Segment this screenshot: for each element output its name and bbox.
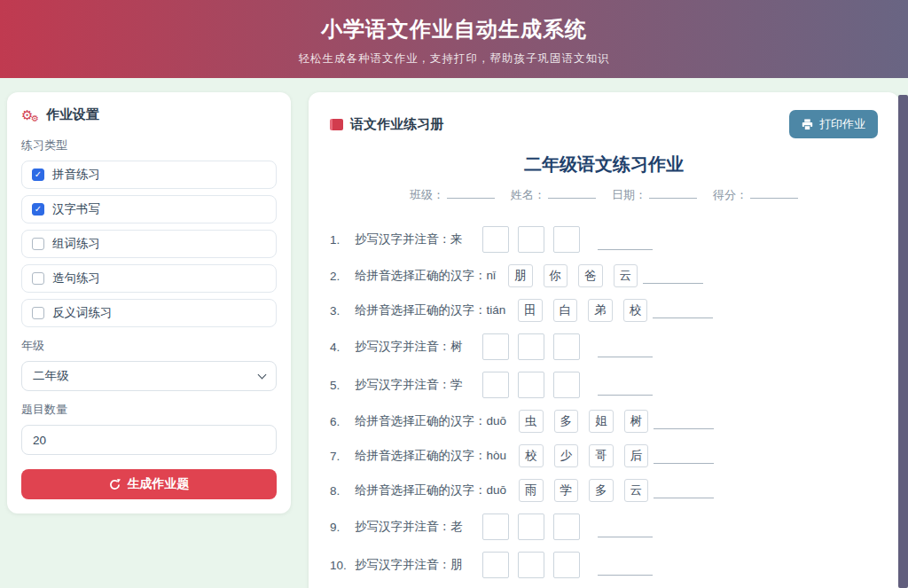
choice-option[interactable]: 云 (614, 264, 638, 287)
choice-options: 雨学多云 (519, 479, 648, 502)
grade-label: 年级 (21, 338, 277, 354)
choice-option[interactable]: 后 (624, 444, 649, 467)
settings-title-label: 作业设置 (46, 106, 99, 123)
question-text: 给拼音选择正确的汉字：duō (355, 482, 506, 498)
character-write-box[interactable] (518, 372, 544, 398)
choice-option[interactable]: 虫 (519, 410, 544, 433)
worksheet-panel-title: 语文作业练习册 (330, 116, 443, 133)
choice-options: 朋你爸云 (508, 264, 638, 287)
character-write-box[interactable] (553, 333, 580, 360)
character-write-box[interactable] (518, 552, 544, 578)
character-write-box[interactable] (518, 226, 544, 253)
choice-option[interactable]: 多 (589, 479, 614, 502)
generate-button[interactable]: 生成作业题 (21, 469, 277, 499)
gears-icon: ⚙⚙ (21, 107, 39, 123)
question-number: 10. (330, 559, 355, 572)
practice-type-option[interactable]: 造句练习 (21, 264, 277, 293)
choice-option[interactable]: 朋 (508, 264, 533, 287)
app-header: 小学语文作业自动生成系统 轻松生成各种语文作业，支持打印，帮助孩子巩固语文知识 (0, 0, 908, 78)
checkbox-checked-icon[interactable]: ✓ (32, 203, 44, 216)
refresh-icon (109, 479, 121, 490)
question-text: 给拼音选择正确的汉字：hòu (355, 448, 506, 464)
checkbox-unchecked-icon[interactable] (32, 307, 44, 319)
choice-option[interactable]: 云 (624, 479, 649, 502)
choice-answer-blank[interactable] (643, 274, 703, 284)
book-icon (330, 119, 343, 130)
choice-option[interactable]: 学 (554, 479, 579, 502)
choice-answer-blank[interactable] (653, 309, 713, 318)
character-write-box[interactable] (553, 514, 580, 540)
choice-option[interactable]: 你 (544, 264, 568, 287)
question-text: 抄写汉字并注音：朋 (355, 557, 463, 573)
character-write-box[interactable] (553, 552, 580, 578)
question-text: 给拼音选择正确的汉字：tián (355, 302, 505, 318)
choice-option[interactable]: 多 (554, 410, 579, 433)
character-write-box[interactable] (482, 333, 509, 360)
question-row: 10.抄写汉字并注音：朋 (330, 552, 878, 578)
checkbox-unchecked-icon[interactable] (32, 238, 44, 250)
pinyin-answer-blank[interactable] (598, 566, 653, 576)
worksheet-title: 二年级语文练习作业 (330, 153, 878, 176)
practice-type-option[interactable]: 组词练习 (21, 230, 277, 258)
choice-option[interactable]: 少 (554, 444, 579, 467)
choice-option[interactable]: 田 (518, 299, 543, 322)
character-write-boxes (482, 372, 580, 398)
choice-option[interactable]: 哥 (589, 444, 614, 467)
settings-panel: ⚙⚙ 作业设置 练习类型 ✓拼音练习✓汉字书写组词练习造句练习反义词练习 年级 … (7, 92, 291, 514)
character-write-box[interactable] (553, 372, 580, 398)
checkbox-checked-icon[interactable]: ✓ (32, 169, 44, 181)
character-write-boxes (482, 226, 580, 253)
character-write-box[interactable] (482, 552, 509, 578)
choice-option[interactable]: 校 (623, 299, 648, 322)
generate-button-label: 生成作业题 (128, 476, 190, 492)
practice-type-option[interactable]: ✓汉字书写 (21, 195, 277, 223)
practice-type-label: 练习类型 (21, 137, 277, 153)
choice-option[interactable]: 姐 (589, 410, 614, 433)
pinyin-answer-blank[interactable] (598, 348, 653, 357)
character-write-box[interactable] (482, 514, 509, 540)
practice-type-option[interactable]: 反义词练习 (21, 299, 277, 327)
question-text: 给拼音选择正确的汉字：duō (355, 413, 506, 429)
app-subtitle: 轻松生成各种语文作业，支持打印，帮助孩子巩固语文知识 (0, 51, 908, 67)
worksheet-meta-blank (447, 189, 495, 199)
choice-options: 田白弟校 (518, 299, 647, 322)
character-write-boxes (482, 514, 580, 540)
character-write-box[interactable] (518, 333, 544, 360)
pinyin-answer-blank[interactable] (598, 528, 653, 537)
choice-option[interactable]: 白 (553, 299, 578, 322)
grade-select[interactable]: 二年级 (21, 361, 277, 391)
worksheet-meta-blank (649, 189, 697, 199)
checkbox-unchecked-icon[interactable] (32, 272, 44, 285)
question-text: 抄写汉字并注音：树 (355, 339, 463, 355)
question-row: 6.给拼音选择正确的汉字：duō虫多姐树 (330, 410, 878, 433)
worksheet-panel: 语文作业练习册 打印作业 二年级语文练习作业 班级：姓名：日期：得分： 1.抄写… (309, 92, 899, 588)
pinyin-answer-blank[interactable] (598, 240, 653, 250)
choice-answer-blank[interactable] (654, 489, 714, 498)
question-number: 4. (330, 341, 355, 354)
practice-type-option[interactable]: ✓拼音练习 (21, 161, 277, 189)
choice-option[interactable]: 弟 (588, 299, 613, 322)
character-write-box[interactable] (482, 226, 509, 253)
choice-option[interactable]: 校 (519, 444, 544, 467)
vertical-scrollbar[interactable] (898, 95, 908, 588)
choice-option[interactable]: 爸 (578, 264, 603, 287)
choice-option[interactable]: 雨 (519, 479, 544, 502)
print-button[interactable]: 打印作业 (789, 110, 878, 138)
question-text: 给拼音选择正确的汉字：nǐ (355, 268, 496, 284)
choice-option[interactable]: 树 (624, 410, 649, 433)
character-write-box[interactable] (482, 372, 509, 398)
pinyin-answer-blank[interactable] (598, 386, 653, 396)
question-count-input[interactable] (21, 425, 277, 455)
character-write-box[interactable] (553, 226, 580, 253)
choice-answer-blank[interactable] (654, 454, 714, 464)
character-write-box[interactable] (518, 514, 544, 540)
question-row: 3.给拼音选择正确的汉字：tián田白弟校 (330, 299, 878, 322)
worksheet-meta-label: 班级： (410, 188, 444, 201)
question-number: 2. (330, 270, 355, 283)
worksheet-meta-label: 日期： (612, 188, 646, 201)
worksheet-meta-item: 日期： (612, 188, 697, 201)
choice-answer-blank[interactable] (654, 419, 714, 429)
question-number: 3. (330, 304, 355, 318)
question-row: 8.给拼音选择正确的汉字：duō雨学多云 (330, 479, 878, 502)
practice-type-option-label: 反义词练习 (52, 305, 113, 321)
